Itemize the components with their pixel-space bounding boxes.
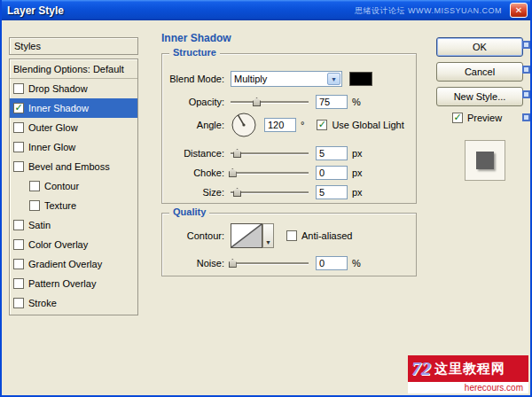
opacity-input[interactable] <box>316 95 348 109</box>
use-global-light-checkbox[interactable] <box>317 120 327 130</box>
noise-unit: % <box>352 258 361 269</box>
close-button[interactable]: ✕ <box>510 3 528 18</box>
bevel-and-emboss-checkbox[interactable] <box>13 161 24 172</box>
anti-aliased-label: Anti-aliased <box>301 230 352 241</box>
style-item-gradient-overlay[interactable]: Gradient Overlay <box>10 254 137 274</box>
shadow-color-swatch[interactable] <box>349 72 372 86</box>
preview-row: Preview <box>452 113 502 123</box>
contour-label: Contour: <box>169 230 224 241</box>
choke-slider[interactable] <box>231 166 309 180</box>
badge-site-name: 这里教程网 <box>434 361 505 378</box>
badge-url: herecours.com <box>408 382 528 393</box>
layer-style-dialog: Layer Style 思绪设计论坛 WWW.MISSYUAN.COM ✕ St… <box>0 0 532 397</box>
contour-dropdown-icon[interactable]: ▼ <box>262 223 274 248</box>
structure-group: Structure Blend Mode: Multiply ▼ Opacity… <box>161 53 417 204</box>
size-slider[interactable] <box>231 185 309 199</box>
style-item-stroke[interactable]: Stroke <box>10 293 137 313</box>
slider-track <box>231 262 309 264</box>
style-item-satin[interactable]: Satin <box>10 215 137 235</box>
texture-checkbox[interactable] <box>29 200 40 211</box>
distance-unit: px <box>352 148 363 159</box>
blend-mode-row: Blend Mode: Multiply ▼ <box>169 70 409 88</box>
inner-glow-checkbox[interactable] <box>13 142 24 152</box>
contour-checkbox[interactable] <box>29 181 40 191</box>
distance-slider[interactable] <box>231 146 309 160</box>
slider-thumb[interactable] <box>233 149 241 158</box>
style-item-bevel-and-emboss[interactable]: Bevel and Emboss <box>10 157 137 176</box>
angle-input[interactable] <box>264 118 296 132</box>
inner-shadow-checkbox[interactable] <box>13 103 24 113</box>
size-input[interactable] <box>316 185 348 199</box>
page-title: Inner Shadow <box>161 32 231 44</box>
blend-mode-value: Multiply <box>231 74 327 84</box>
slider-thumb[interactable] <box>229 168 237 177</box>
slider-thumb[interactable] <box>233 188 241 197</box>
opacity-label: Opacity: <box>169 97 224 107</box>
badge-logo: 72 <box>411 357 431 380</box>
watermark-mark <box>522 113 530 121</box>
blend-mode-select[interactable]: Multiply ▼ <box>231 71 342 87</box>
size-row: Size: px <box>169 183 409 201</box>
outer-glow-checkbox[interactable] <box>13 122 24 133</box>
noise-slider[interactable] <box>231 256 309 270</box>
style-item-texture[interactable]: Texture <box>10 196 137 215</box>
drop-shadow-checkbox[interactable] <box>13 83 24 94</box>
watermark-mark <box>522 41 530 49</box>
chevron-down-icon[interactable]: ▼ <box>327 73 340 85</box>
titlebar[interactable]: Layer Style 思绪设计论坛 WWW.MISSYUAN.COM ✕ <box>2 0 530 20</box>
pattern-overlay-checkbox[interactable] <box>13 278 24 289</box>
cancel-button[interactable]: Cancel <box>436 62 523 82</box>
gradient-overlay-checkbox[interactable] <box>13 259 24 269</box>
slider-track <box>231 152 309 154</box>
preview-inner-square <box>476 152 494 169</box>
style-item-color-overlay[interactable]: Color Overlay <box>10 235 137 254</box>
window-title: Layer Style <box>7 4 64 17</box>
style-item-drop-shadow[interactable]: Drop Shadow <box>10 79 137 98</box>
anti-aliased-checkbox[interactable] <box>286 230 297 241</box>
style-item-contour[interactable]: Contour <box>10 176 137 196</box>
angle-label: Angle: <box>169 120 224 130</box>
contour-picker[interactable] <box>231 223 262 248</box>
style-item-outer-glow[interactable]: Outer Glow <box>10 118 137 137</box>
opacity-slider[interactable] <box>231 95 309 109</box>
slider-track <box>231 101 309 103</box>
distance-input[interactable] <box>316 146 348 160</box>
angle-unit: ° <box>301 120 304 130</box>
noise-input[interactable] <box>316 256 348 270</box>
use-global-light-label: Use Global Light <box>332 120 403 130</box>
distance-row: Distance: px <box>169 144 409 162</box>
opacity-row: Opacity: % <box>169 93 409 111</box>
preview-checkbox[interactable] <box>452 113 463 123</box>
close-icon: ✕ <box>515 5 522 15</box>
style-item-inner-shadow[interactable]: Inner Shadow <box>10 98 137 118</box>
angle-row: Angle: ° Use Global Light <box>169 111 409 139</box>
color-overlay-checkbox[interactable] <box>13 239 24 250</box>
slider-track <box>231 191 309 193</box>
noise-row: Noise: % <box>169 254 409 272</box>
angle-dial[interactable] <box>231 112 257 138</box>
quality-group-title: Quality <box>169 206 209 217</box>
quality-group: Quality Contour: ▼ Anti-aliased Noise: % <box>161 213 417 276</box>
contour-thumbnail <box>231 224 262 247</box>
structure-group-title: Structure <box>169 47 220 58</box>
distance-label: Distance: <box>169 148 224 159</box>
ok-button[interactable]: OK <box>436 37 523 57</box>
slider-thumb[interactable] <box>229 259 237 268</box>
style-item-inner-glow[interactable]: Inner Glow <box>10 137 137 157</box>
stroke-checkbox[interactable] <box>13 298 24 308</box>
slider-thumb[interactable] <box>253 97 261 106</box>
new-style-button[interactable]: New Style... <box>436 87 523 106</box>
watermark-mark <box>522 66 530 74</box>
style-item-blending-options[interactable]: Blending Options: Default <box>10 59 137 79</box>
noise-label: Noise: <box>169 258 224 269</box>
styles-panel-header: Styles <box>9 37 138 55</box>
watermark-mark <box>522 90 530 98</box>
choke-input[interactable] <box>316 166 348 180</box>
slider-track <box>231 172 309 174</box>
style-item-pattern-overlay[interactable]: Pattern Overlay <box>10 274 137 293</box>
herecours-badge: 72 这里教程网 herecours.com <box>408 355 528 393</box>
size-label: Size: <box>169 187 224 198</box>
contour-row: Contour: ▼ Anti-aliased <box>169 222 409 249</box>
satin-checkbox[interactable] <box>13 220 24 230</box>
choke-unit: px <box>352 167 363 178</box>
